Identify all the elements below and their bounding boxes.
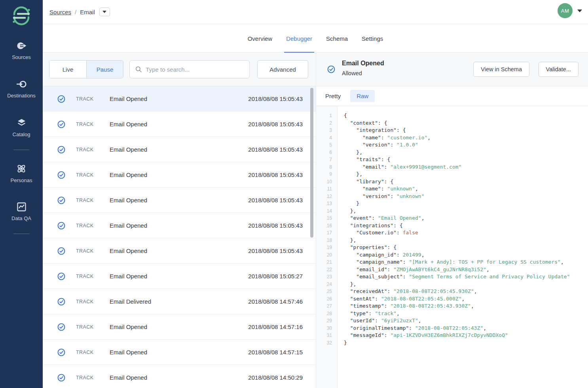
event-rows: TRACKEmail Opened2018/08/08 15:05:43TRAC… (43, 86, 316, 388)
json-code: { "context": { "integration": { "name": … (338, 107, 588, 388)
search-input[interactable] (146, 66, 244, 73)
track-check-icon (57, 298, 65, 306)
code-line: "name": "unknown", (344, 185, 588, 193)
line-number: 18 (316, 237, 337, 244)
sidebar-item-label: Sources (12, 54, 31, 60)
tab-raw[interactable]: Raw (350, 90, 375, 102)
code-line: "campaign_name": "[Mark + Andy]: TOS + P… (344, 259, 588, 266)
list-toolbar: Live Pause Advanced (43, 53, 316, 86)
event-row[interactable]: TRACKEmail Delivered2018/08/08 14:57:46 (43, 289, 316, 314)
tab-schema[interactable]: Schema (325, 25, 349, 52)
event-name: Email Opened (110, 247, 147, 254)
line-number: 5 (316, 141, 337, 149)
sources-icon (16, 40, 27, 51)
event-type-label: TRACK (76, 248, 110, 254)
sidebar-item-destinations[interactable]: Destinations (0, 79, 43, 99)
event-timestamp: 2018/08/08 15:05:27 (248, 273, 303, 280)
code-line: "email": "alex+9991@segment.com" (344, 164, 588, 171)
event-timestamp: 2018/08/08 15:05:43 (248, 95, 303, 102)
account-menu-caret-icon[interactable] (577, 10, 582, 12)
event-type-label: TRACK (76, 147, 110, 152)
tab-bar: Overview Debugger Schema Settings (43, 24, 588, 53)
track-check-icon (57, 323, 65, 331)
sidebar-item-data-qa[interactable]: Data QA (0, 202, 43, 221)
event-row[interactable]: TRACKEmail Opened2018/08/08 15:05:43 (43, 213, 316, 238)
track-check-icon (57, 95, 65, 103)
sidebar-item-label: Catalog (13, 131, 30, 137)
tab-overview[interactable]: Overview (247, 25, 273, 52)
code-line: "userId": "6yiPi2uzxT", (344, 317, 588, 325)
segment-logo-icon[interactable] (11, 6, 32, 26)
tab-pretty[interactable]: Pretty (325, 93, 341, 99)
line-number: 24 (316, 281, 337, 288)
advanced-button[interactable]: Advanced (257, 60, 308, 78)
event-name: Email Opened (110, 146, 147, 153)
track-check-icon (57, 222, 65, 230)
code-line: }, (344, 237, 588, 244)
code-line: "messageId": "api-1KZVDvH3EZ6mBhkRIXZj7c… (344, 332, 588, 339)
validate-button[interactable]: Validate... (539, 62, 579, 77)
event-row[interactable]: TRACKEmail Opened2018/08/08 14:50:29 (43, 365, 316, 388)
avatar[interactable]: AM (558, 3, 573, 18)
code-line: "timestamp": "2018-08-08T22:05:43.930Z", (344, 302, 588, 310)
sidebar-item-sources[interactable]: Sources (0, 40, 43, 60)
event-row[interactable]: TRACKEmail Opened2018/08/08 15:05:43 (43, 162, 316, 188)
tab-debugger[interactable]: Debugger (285, 25, 313, 52)
event-name: Email Opened (110, 349, 147, 356)
code-line: "receivedAt": "2018-08-08T22:05:45.930Z"… (344, 288, 588, 295)
search-box (129, 60, 250, 78)
line-number: 19 (316, 244, 337, 251)
event-row[interactable]: TRACKEmail Opened2018/08/08 15:05:43 (43, 86, 316, 112)
code-line: "name": "customer.io", (344, 134, 588, 142)
track-check-icon (327, 65, 335, 73)
pause-button[interactable]: Pause (86, 61, 123, 78)
sidebar-divider (13, 150, 29, 150)
event-row[interactable]: TRACKEmail Opened2018/08/08 14:57:16 (43, 314, 316, 340)
event-type-label: TRACK (76, 274, 110, 279)
event-timestamp: 2018/08/08 15:05:43 (248, 146, 303, 153)
line-number: 16 (316, 222, 337, 230)
code-line: "traits": { (344, 156, 588, 164)
view-mode-bar: Pretty Raw (316, 86, 588, 106)
catalog-icon (16, 118, 27, 128)
event-row[interactable]: TRACKEmail Opened2018/08/08 15:05:43 (43, 137, 316, 162)
event-row[interactable]: TRACKEmail Opened2018/08/08 14:57:15 (43, 340, 316, 365)
line-number: 6 (316, 149, 337, 156)
event-type-label: TRACK (76, 172, 110, 178)
line-number: 28 (316, 310, 337, 318)
event-name: Email Opened (110, 197, 147, 204)
line-number: 11 (316, 185, 337, 193)
code-line: }, (344, 281, 588, 288)
tab-settings[interactable]: Settings (361, 25, 384, 52)
code-line: }, (344, 207, 588, 215)
list-scrollbar[interactable] (310, 88, 313, 238)
line-number: 14 (316, 207, 337, 215)
code-line: "email_subject": "Segment Terms of Servi… (344, 273, 588, 281)
line-number: 25 (316, 288, 337, 295)
source-switcher-button[interactable] (99, 8, 110, 16)
event-list-panel: Live Pause Advanced TRACKEmail Opened201… (43, 53, 316, 388)
event-row[interactable]: TRACKEmail Opened2018/08/08 15:05:27 (43, 264, 316, 289)
event-timestamp: 2018/08/08 14:57:46 (248, 298, 303, 305)
event-row[interactable]: TRACKEmail Opened2018/08/08 15:05:43 (43, 112, 316, 137)
breadcrumb-current: Email (80, 9, 95, 15)
event-row[interactable]: TRACKEmail Opened2018/08/08 15:05:43 (43, 188, 316, 213)
top-header: Sources / Email AM (43, 0, 588, 24)
code-line: } (344, 339, 588, 347)
track-check-icon (57, 348, 65, 356)
live-button[interactable]: Live (49, 61, 86, 78)
detail-header: Email Opened Allowed View in Schema Vali… (316, 53, 588, 86)
code-line: { (344, 112, 588, 120)
view-in-schema-button[interactable]: View in Schema (473, 62, 529, 77)
sidebar-item-personas[interactable]: Personas (0, 163, 43, 183)
event-timestamp: 2018/08/08 14:57:16 (248, 323, 303, 330)
event-timestamp: 2018/08/08 15:05:43 (248, 171, 303, 178)
event-row[interactable]: TRACKEmail Opened2018/08/08 15:05:43 (43, 238, 316, 264)
track-check-icon (57, 374, 65, 382)
breadcrumb-sources-link[interactable]: Sources (49, 9, 71, 15)
line-number: 15 (316, 215, 337, 222)
line-number: 21 (316, 259, 337, 266)
sidebar-item-catalog[interactable]: Catalog (0, 118, 43, 137)
code-line: "campaign_id": 201499, (344, 251, 588, 259)
event-timestamp: 2018/08/08 15:05:43 (248, 121, 303, 127)
